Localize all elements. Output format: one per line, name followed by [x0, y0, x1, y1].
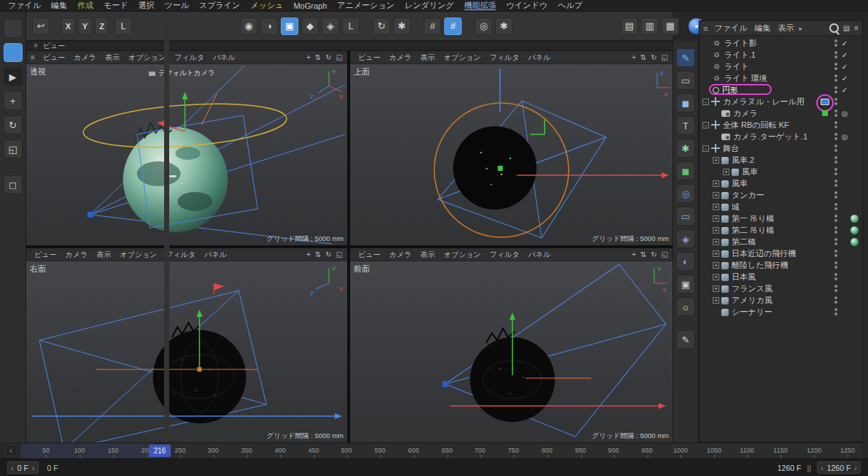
live-selection-icon[interactable] — [4, 43, 23, 62]
maximize-view-icon[interactable]: ◱ — [662, 53, 668, 61]
viewport-canvas-front[interactable]: Y X 前面 グリッド間隔 : 5000 mm — [350, 261, 673, 442]
axis-x-lock-button[interactable]: X — [61, 18, 75, 35]
subdivision-surface-icon[interactable]: ✱ — [676, 139, 695, 158]
viewport-menu-item[interactable]: カメラ — [70, 53, 100, 63]
cube-primitive-icon[interactable]: ◼ — [676, 93, 695, 112]
expand-toggle-icon[interactable]: + — [713, 192, 719, 199]
menu-item[interactable]: MoGraph — [288, 1, 332, 10]
light-icon[interactable]: ☼ — [676, 297, 695, 316]
menu-item[interactable]: 編集 — [46, 0, 72, 11]
viewport-menu-item[interactable]: 表示 — [93, 250, 115, 260]
menu-item[interactable]: 機能拡張 — [459, 0, 501, 11]
visibility-dots[interactable] — [834, 180, 837, 187]
render-view-icon[interactable]: ▤ — [621, 18, 638, 35]
viewport-menu-item[interactable]: ビュー — [31, 250, 60, 260]
visibility-dots[interactable] — [834, 273, 837, 280]
view-tab[interactable]: ビュー — [43, 41, 65, 51]
visibility-dots[interactable] — [834, 39, 837, 47]
om-menu-item[interactable]: 表示 — [774, 23, 797, 34]
viewport-menu-icon[interactable]: ≡ — [31, 53, 35, 61]
filter-icon[interactable]: ≡ — [854, 24, 859, 32]
expand-toggle-icon[interactable]: + — [713, 239, 719, 245]
viewport-canvas-top[interactable]: Z X 上面 グリッド間隔 : 5000 mm — [350, 64, 673, 245]
object-mode-icon[interactable]: ◆ — [301, 18, 319, 35]
object-row[interactable]: - 全体 RBの回転 KF ✓ ◎ — [700, 119, 862, 131]
object-row[interactable]: + 日本近辺の飛行機 ✓ ◎ — [700, 247, 862, 259]
pan-view-icon[interactable]: + — [632, 53, 636, 61]
close-tab-icon[interactable]: × — [34, 42, 38, 50]
object-label[interactable]: 城 — [732, 201, 740, 212]
sweep-nurbs-icon[interactable]: ◎ — [676, 184, 695, 203]
viewport-menu-item[interactable]: パネル — [524, 250, 554, 260]
object-row[interactable]: - 舞台 ✓ ◎ — [700, 142, 862, 154]
material-thumbnail[interactable] — [850, 215, 859, 223]
visibility-dots[interactable] — [834, 226, 837, 234]
rotate-view-icon[interactable]: ↻ — [325, 53, 331, 61]
menu-item[interactable]: 選択 — [133, 0, 160, 11]
object-row[interactable]: シーナリー ✓ ◎ — [700, 306, 862, 318]
render-settings-icon[interactable]: ▦ — [662, 18, 679, 35]
object-label[interactable]: 円形 — [722, 85, 738, 96]
visibility-dots[interactable] — [834, 133, 837, 140]
om-more-arrow[interactable]: ▸ — [799, 25, 802, 32]
expand-toggle-icon[interactable]: + — [713, 262, 719, 269]
menu-item[interactable]: モード — [98, 0, 133, 11]
object-label[interactable]: 風車 — [742, 166, 758, 177]
axis-mode-icon[interactable]: L — [342, 18, 360, 35]
visibility-dots[interactable] — [834, 156, 837, 164]
visibility-dots[interactable] — [834, 250, 837, 257]
pan-view-icon[interactable]: + — [306, 250, 311, 258]
om-menu-item[interactable]: ファイル — [710, 23, 751, 34]
object-row[interactable]: ライト影 ✓ ◎ — [700, 37, 862, 49]
undo-frame-icon[interactable]: ↩ — [32, 18, 50, 35]
om-scrollbar[interactable] — [164, 20, 169, 442]
mograph-cloner-icon[interactable]: ◈ — [676, 229, 695, 248]
texture-mode-icon[interactable]: ▣ — [281, 18, 298, 35]
move-tool-icon[interactable]: + — [4, 91, 23, 110]
object-row[interactable]: + 第二 吊り橋 ✓ ◎ — [700, 224, 862, 236]
viewport-menu-item[interactable]: オプション — [440, 53, 484, 63]
viewport-canvas-perspective[interactable]: Y X Z 透視 デフォルトカメラ グリッド間隔 : 5000 mm — [26, 64, 347, 245]
object-label[interactable]: ライト — [724, 61, 749, 72]
viewport-menu-item[interactable]: フィルタ — [486, 250, 523, 260]
visibility-dots[interactable] — [834, 121, 837, 128]
menu-item[interactable]: レンダリング — [400, 0, 460, 11]
axis-z-lock-button[interactable]: Z — [95, 18, 109, 35]
object-label[interactable]: 第一 吊り橋 — [732, 213, 774, 224]
object-label[interactable]: 全体 RBの回転 KF — [723, 120, 789, 131]
search-icon[interactable] — [829, 23, 839, 33]
rotate-view-icon[interactable]: ↻ — [651, 53, 656, 61]
expand-toggle-icon[interactable]: - — [702, 145, 709, 152]
visibility-dots[interactable] — [834, 98, 837, 105]
object-label[interactable]: カメラ — [733, 108, 758, 119]
maximize-view-icon[interactable]: ◱ — [662, 250, 668, 258]
object-label[interactable]: カメラヌル・レール用 — [723, 96, 805, 107]
render-picture-viewer-icon[interactable]: ▥ — [641, 18, 659, 35]
viewport-menu-item[interactable]: パネル — [209, 53, 239, 63]
object-row[interactable]: 円形 ✓ ◎ — [700, 84, 862, 96]
expand-toggle-icon[interactable]: - — [702, 99, 709, 105]
current-frame-marker[interactable]: 216 — [149, 445, 171, 457]
expand-toggle-icon[interactable]: + — [713, 250, 719, 257]
gear-icon[interactable]: ✱ — [495, 18, 513, 35]
object-row[interactable]: + 離陸した飛行機 ✓ ◎ — [700, 259, 862, 271]
viewport-menu-item[interactable]: パネル — [524, 53, 554, 63]
visibility-dots[interactable] — [834, 296, 837, 304]
object-label[interactable]: フランス風 — [732, 283, 772, 294]
pencil-edit-icon[interactable]: ✎ — [676, 330, 695, 349]
zoom-view-icon[interactable]: ⇅ — [315, 53, 321, 61]
object-row[interactable]: ライト 環境 ✓ ◎ — [700, 72, 862, 84]
om-menu-item[interactable]: 編集 — [751, 23, 774, 34]
object-label[interactable]: ライト 環境 — [724, 73, 767, 84]
viewport-menu-item[interactable]: フィルタ — [171, 53, 208, 63]
model-mode-icon[interactable]: ◑ — [260, 18, 278, 35]
playback-icon[interactable]: ▶ — [4, 67, 23, 86]
object-row[interactable]: カメラ ✓ ◎ — [700, 107, 862, 119]
rotate-lock-icon[interactable]: ↻ — [373, 18, 390, 35]
object-label[interactable]: アメリカ風 — [732, 295, 772, 306]
timeline-start-icon[interactable]: ‹ — [4, 445, 18, 456]
camera-label[interactable]: デフォルトカメラ — [149, 69, 215, 78]
visibility-dots[interactable] — [834, 145, 837, 152]
material-thumbnail[interactable] — [850, 238, 859, 246]
workplane-icon[interactable]: L — [115, 18, 132, 35]
